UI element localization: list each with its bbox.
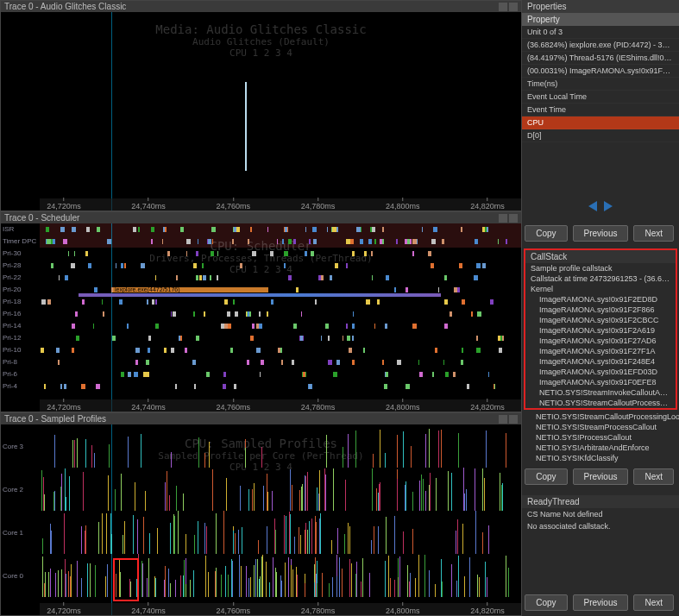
sched-segment[interactable] [148, 336, 152, 341]
sched-segment[interactable] [382, 239, 384, 244]
sched-segment[interactable] [462, 348, 463, 353]
sched-segment[interactable] [248, 311, 249, 317]
sched-segment[interactable] [271, 299, 273, 305]
sched-segment[interactable] [234, 384, 236, 389]
sched-segment[interactable] [155, 324, 159, 329]
sched-segment[interactable] [476, 336, 478, 341]
callstack-frame[interactable]: NETIO.SYS!StreamInvokeCalloutAndNormaliz… [525, 387, 676, 398]
sched-segment[interactable] [192, 360, 196, 365]
sched-segment[interactable] [151, 227, 154, 232]
sched-segment[interactable] [438, 287, 439, 292]
sched-segment[interactable] [208, 239, 212, 244]
sched-segment[interactable] [235, 311, 237, 317]
callstack-frame[interactable]: ImageRAMONA.sys!0x91EFD03D [525, 367, 676, 377]
sched-segment[interactable] [47, 299, 51, 305]
sched-segment[interactable] [147, 299, 148, 305]
sched-segment[interactable] [143, 372, 147, 377]
sched-segment[interactable] [412, 324, 417, 329]
sched-segment[interactable] [477, 311, 481, 317]
sched-segment[interactable] [382, 227, 384, 232]
sched-segment[interactable] [74, 251, 76, 256]
sched-segment[interactable] [474, 275, 478, 280]
sched-segment[interactable] [422, 227, 423, 232]
sched-segment[interactable] [385, 324, 387, 329]
sched-segment[interactable] [259, 324, 263, 329]
sched-segment[interactable] [321, 275, 323, 280]
properties-list[interactable]: Unit 0 of 3(36.6824%) iexplore.exe (PID:… [522, 26, 679, 142]
sched-segment[interactable] [176, 275, 178, 280]
core-samples[interactable] [40, 554, 521, 597]
sched-segment[interactable] [431, 263, 433, 268]
sched-segment[interactable] [311, 251, 314, 256]
sched-segment[interactable] [180, 227, 183, 232]
prev-button-2[interactable]: Previous [573, 468, 629, 485]
sched-segment[interactable] [412, 239, 417, 244]
sched-segment[interactable] [41, 299, 46, 305]
sched-segment[interactable] [72, 227, 76, 232]
sched-segment[interactable] [72, 348, 74, 353]
sched-segment[interactable] [194, 384, 196, 389]
sched-segment[interactable] [94, 287, 97, 292]
sched-segment[interactable] [462, 299, 465, 305]
sched-segment[interactable] [217, 275, 217, 280]
sched-segment[interactable] [444, 275, 448, 280]
sched-segment[interactable] [482, 263, 486, 268]
sched-segment[interactable] [432, 372, 434, 377]
sched-segment[interactable] [398, 360, 401, 365]
callstack-frame[interactable]: NETIO.SYS!ArbitrateAndEnforce [522, 443, 679, 453]
sched-segment[interactable] [223, 372, 226, 377]
copy-button-2[interactable]: Copy [525, 468, 567, 485]
sched-long-segment[interactable]: iexplore.exe(4472/5176) [113, 287, 268, 292]
sched-segment[interactable] [313, 239, 317, 244]
nav-prev-icon[interactable] [588, 201, 597, 211]
sched-segment[interactable] [499, 348, 502, 353]
sched-segment[interactable] [325, 324, 329, 329]
sched-segment[interactable] [167, 251, 170, 256]
sched-segment[interactable] [102, 299, 103, 305]
sched-segment[interactable] [256, 348, 261, 353]
sched-segment[interactable] [260, 372, 261, 377]
sched-segment[interactable] [247, 360, 249, 365]
sched-segment[interactable] [352, 336, 354, 341]
sched-segment[interactable] [60, 384, 62, 389]
sched-segment[interactable] [112, 336, 116, 341]
sched-segment[interactable] [412, 251, 415, 256]
sched-segment[interactable] [305, 227, 307, 232]
sched-segment[interactable] [350, 239, 353, 244]
sched-segment[interactable] [419, 372, 423, 377]
sched-segment[interactable] [68, 251, 69, 256]
property-row[interactable]: D[0] [522, 129, 679, 142]
sched-segment[interactable] [498, 239, 499, 244]
sched-segment[interactable] [155, 299, 157, 305]
sched-segment[interactable] [278, 348, 280, 353]
sched-segment[interactable] [64, 384, 66, 389]
sched-segment[interactable] [475, 239, 478, 244]
sched-segment[interactable] [293, 239, 295, 244]
property-row[interactable]: CPU [522, 116, 679, 129]
sched-segment[interactable] [41, 348, 44, 353]
callstack-frame[interactable]: NETIO.SYS!KfdClassify [522, 453, 679, 463]
sched-segment[interactable] [128, 372, 130, 377]
sched-segment[interactable] [352, 360, 354, 365]
sched-segment[interactable] [179, 336, 180, 341]
callstack-frame[interactable]: NETIO.SYS!StreamProcessCallout [522, 422, 679, 432]
sched-segment[interactable] [374, 239, 376, 244]
core-samples[interactable] [40, 511, 521, 554]
sched-segment[interactable] [199, 275, 202, 280]
sched-segment[interactable] [305, 251, 307, 256]
sched-segment[interactable] [71, 263, 75, 268]
sched-segment[interactable] [141, 263, 145, 268]
sched-segment[interactable] [146, 360, 149, 365]
prev-button-3[interactable]: Previous [573, 594, 629, 611]
sched-segment[interactable] [46, 227, 50, 232]
sched-segment[interactable] [56, 348, 60, 353]
sched-segment[interactable] [476, 348, 481, 353]
sched-segment[interactable] [121, 263, 124, 268]
callstack-frame[interactable]: ImageRAMONA.sys!0x91F2F866 [525, 305, 676, 315]
sched-segment[interactable] [133, 227, 136, 232]
sched-segment[interactable] [372, 275, 373, 280]
sched-segment[interactable] [211, 251, 214, 256]
sched-segment[interactable] [51, 263, 53, 268]
core-samples[interactable] [40, 468, 521, 511]
next-button-3[interactable]: Next [633, 594, 674, 611]
